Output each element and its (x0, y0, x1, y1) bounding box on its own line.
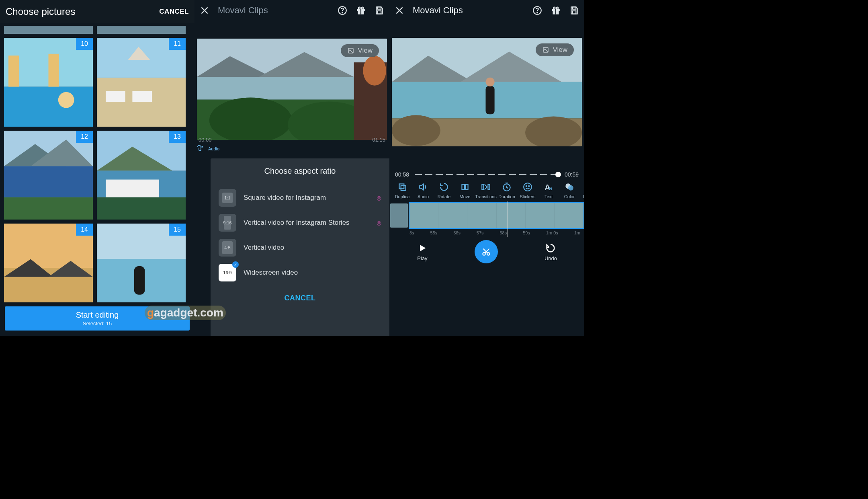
ratio-option[interactable]: 4:5 Vertical video (218, 235, 382, 260)
ratio-option[interactable]: 1:1 Square video for Instagram ◎ (218, 185, 382, 210)
tool-duplicate[interactable]: Duplica (392, 182, 413, 199)
scrubber-handle[interactable] (555, 172, 561, 177)
svg-rect-72 (465, 185, 468, 190)
view-button[interactable]: View (341, 44, 379, 57)
dialog-cancel-button[interactable]: CANCEL (218, 285, 382, 310)
tool-row: Duplica Audio Rotate Move Transitions Du… (389, 178, 584, 199)
picker-cancel-button[interactable]: CANCEL (159, 8, 189, 16)
thumb[interactable]: 14 (4, 224, 93, 302)
svg-rect-37 (378, 11, 381, 14)
clip-selected[interactable] (409, 202, 584, 229)
picker-screen: Choose pictures CANCEL 10 11 12 13 14 15 (0, 0, 194, 336)
svg-point-82 (568, 185, 573, 191)
tick: 58s (500, 230, 507, 235)
svg-rect-74 (488, 185, 489, 190)
cut-fab-button[interactable] (475, 240, 498, 263)
instagram-icon: ◎ (377, 220, 381, 226)
svg-rect-36 (378, 7, 381, 9)
svg-point-34 (358, 7, 360, 9)
help-icon[interactable] (337, 5, 348, 16)
time-right: 01:15 (372, 137, 385, 143)
playhead[interactable] (508, 201, 508, 237)
svg-point-78 (528, 186, 529, 187)
svg-point-35 (361, 7, 363, 9)
tool-stickers[interactable]: Stickers (517, 182, 538, 199)
svg-text:a: a (549, 185, 552, 191)
svg-rect-3 (49, 54, 59, 87)
tick: 3s (409, 230, 414, 235)
tool-audio[interactable]: Audio (413, 182, 434, 199)
editor-screen: Movavi Clips View 00:58 (389, 0, 584, 336)
tool-label: Color (564, 194, 575, 199)
time-scrubber[interactable] (415, 174, 559, 175)
svg-point-77 (526, 186, 527, 187)
svg-rect-6 (97, 78, 186, 127)
thumb[interactable]: 13 (97, 131, 186, 220)
help-icon[interactable] (532, 5, 542, 16)
undo-button[interactable]: Undo (545, 242, 557, 261)
app-title: Movavi Clips (413, 5, 524, 16)
tool-rotate[interactable]: Rotate (434, 182, 454, 199)
svg-rect-8 (106, 91, 125, 102)
thumb-badge: 14 (76, 224, 93, 236)
play-button[interactable]: Play (417, 242, 428, 261)
close-icon[interactable] (199, 5, 210, 16)
ratio-option-selected[interactable]: 16:9 ✓ Widescreen video (218, 260, 382, 285)
preview: View (392, 38, 582, 146)
tool-duplicate-2[interactable]: Duplica (580, 182, 584, 199)
svg-point-4 (58, 92, 74, 108)
tool-text[interactable]: Aa Text (538, 182, 559, 199)
thumb-cropped[interactable] (97, 26, 186, 34)
gift-icon[interactable] (551, 5, 561, 16)
ratio-label: Vertical video for Instagram Stories (244, 219, 369, 227)
aspect-ratio-screen: Movavi Clips View 00:00 01: (194, 0, 389, 336)
tick: 59s (523, 230, 530, 235)
tool-color[interactable]: Color (559, 182, 580, 199)
tool-move[interactable]: Move (454, 182, 475, 199)
svg-point-46 (363, 56, 386, 86)
tool-duration[interactable]: Duration (496, 182, 517, 199)
thumb-cropped[interactable] (4, 26, 93, 34)
tool-label: Transitions (475, 194, 496, 199)
svg-rect-26 (134, 266, 145, 295)
ratio-text: 1:1 (224, 195, 230, 200)
svg-point-30 (342, 12, 343, 13)
gift-icon[interactable] (356, 5, 366, 16)
view-button[interactable]: View (536, 43, 574, 56)
tool-audio-hint: Audio (208, 146, 219, 151)
clip-thumb-lead[interactable] (390, 203, 408, 228)
svg-point-67 (485, 78, 494, 86)
ratio-label: Square video for Instagram (244, 194, 369, 202)
ratio-label: Vertical video (244, 244, 381, 252)
thumb[interactable]: 11 (97, 38, 186, 127)
view-label: View (358, 47, 373, 55)
tool-label: Duplica (583, 194, 584, 199)
tick: 1m (574, 230, 580, 235)
save-icon[interactable] (374, 5, 385, 16)
svg-rect-57 (573, 7, 576, 9)
ratio-option[interactable]: 9:16 Vertical video for Instagram Storie… (218, 210, 382, 235)
svg-rect-2 (8, 55, 19, 86)
tool-label: Move (460, 194, 471, 199)
tool-transitions[interactable]: Transitions (475, 182, 496, 199)
tool-label: Duration (498, 194, 515, 199)
svg-point-64 (392, 115, 440, 146)
thumb[interactable]: 15 (97, 224, 186, 302)
timeline[interactable] (389, 202, 584, 229)
svg-rect-70 (401, 186, 406, 191)
ratio-text: 9:16 (223, 220, 231, 225)
close-icon[interactable] (394, 5, 405, 16)
thumb[interactable]: 10 (4, 38, 93, 127)
timeline-ticks: 3s 55s 56s 57s 58s 59s 1m 0s 1m (389, 229, 584, 235)
tool-label: Audio (418, 194, 429, 199)
thumb-badge: 13 (169, 131, 186, 143)
tool-label: Duplica (395, 194, 410, 199)
thumb-badge: 11 (169, 38, 186, 50)
svg-rect-54 (555, 9, 556, 14)
svg-rect-9 (132, 91, 152, 102)
tool-label: Text (545, 194, 553, 199)
ratio-label: Widescreen video (244, 269, 381, 277)
tick: 55s (430, 230, 438, 235)
thumb[interactable]: 12 (4, 131, 93, 220)
save-icon[interactable] (569, 5, 579, 16)
